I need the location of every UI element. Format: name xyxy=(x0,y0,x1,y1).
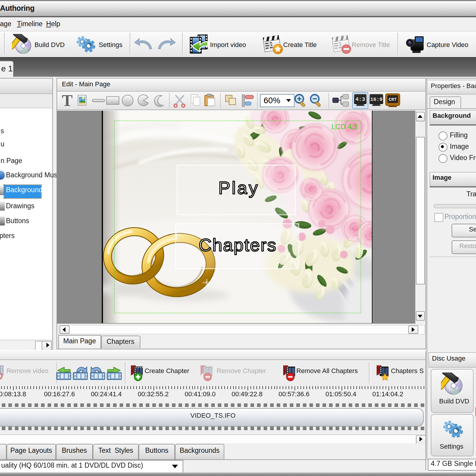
svg-text:60%: 60% xyxy=(264,96,280,105)
svg-text:Play: Play xyxy=(218,178,257,198)
svg-text:CRT: CRT xyxy=(389,97,397,102)
svg-text:LCD 4:3: LCD 4:3 xyxy=(331,122,357,130)
svg-text:4:3: 4:3 xyxy=(356,96,365,102)
svg-text:T: T xyxy=(62,92,73,109)
svg-text:16:9: 16:9 xyxy=(370,97,383,102)
svg-text:Chapters: Chapters xyxy=(198,235,276,255)
